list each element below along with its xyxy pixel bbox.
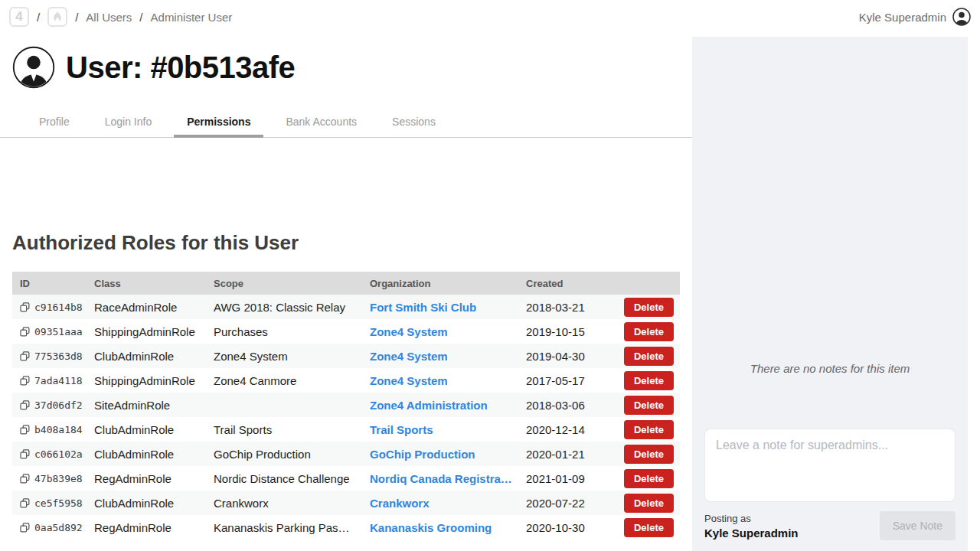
delete-button[interactable]: Delete (624, 445, 674, 464)
role-class: ShippingAdminRole (94, 325, 214, 338)
roles-table-header: ID Class Scope Organization Created (12, 272, 680, 295)
copy-icon[interactable] (20, 351, 30, 361)
organization-link[interactable]: Zone4 System (370, 374, 448, 387)
organization-link[interactable]: Kananaskis Grooming (370, 521, 492, 534)
table-row: 0aa5d892 RegAdminRole Kananaskis Parking… (12, 515, 680, 540)
role-id-cell: 47b839e8 (12, 473, 94, 484)
breadcrumb-administer-user[interactable]: Administer User (151, 11, 233, 24)
role-created: 2020-10-30 (526, 521, 620, 534)
copy-icon[interactable] (20, 327, 30, 337)
role-id: c91614b8 (34, 302, 83, 313)
table-row: 7ada4118 ShippingAdminRole Zone4 Canmore… (12, 368, 680, 393)
current-user-name: Kyle Superadmin (859, 11, 946, 24)
column-header-id: ID (12, 278, 94, 289)
tab-permissions[interactable]: Permissions (174, 109, 263, 137)
note-composer-footer: Posting as Kyle Superadmin Save Note (704, 511, 956, 540)
role-scope: Purchases (214, 325, 370, 338)
role-id-cell: 37d06df2 (12, 399, 94, 411)
copy-icon[interactable] (20, 449, 30, 459)
copy-icon[interactable] (20, 474, 30, 484)
breadcrumb-separator: / (139, 11, 142, 24)
current-user[interactable]: Kyle Superadmin (859, 8, 971, 26)
role-id-cell: b408a184 (12, 424, 94, 435)
role-class: ShippingAdminRole (94, 374, 214, 387)
role-scope: Trail Sports (214, 423, 370, 436)
role-scope: Zone4 Canmore (214, 374, 370, 387)
flame-logo[interactable] (47, 7, 67, 27)
role-id-cell: c066102a (12, 448, 94, 460)
notes-empty-message: There are no notes for this item (750, 362, 910, 375)
role-scope: Kananaskis Parking Pas… (214, 521, 370, 534)
table-row: c91614b8 RaceAdminRole AWG 2018: Classic… (12, 295, 680, 319)
notes-panel: There are no notes for this item Posting… (692, 37, 968, 551)
role-class: SiteAdminRole (94, 399, 214, 412)
copy-icon[interactable] (20, 523, 30, 533)
organization-link[interactable]: GoChip Production (370, 448, 475, 461)
organization-link[interactable]: Zone4 System (370, 325, 448, 338)
role-scope: AWG 2018: Classic Relay (214, 301, 370, 314)
breadcrumb-all-users[interactable]: All Users (86, 11, 132, 24)
zone4-logo[interactable]: 4 (9, 7, 29, 27)
role-created: 2020-01-21 (526, 448, 620, 461)
table-row: 37d06df2 SiteAdminRole Zone4 Administrat… (12, 393, 680, 417)
delete-button[interactable]: Delete (624, 322, 674, 341)
role-id-cell: 0aa5d892 (12, 522, 94, 533)
breadcrumb-separator: / (37, 11, 40, 24)
delete-button[interactable]: Delete (624, 469, 674, 488)
tab-sessions[interactable]: Sessions (379, 109, 449, 137)
delete-button[interactable]: Delete (624, 494, 674, 513)
role-id: c066102a (34, 448, 83, 460)
role-created: 2019-10-15 (526, 325, 620, 338)
roles-table: ID Class Scope Organization Created c916… (12, 272, 680, 540)
delete-button[interactable]: Delete (624, 420, 674, 439)
organization-link[interactable]: Fort Smith Ski Club (370, 301, 476, 314)
notes-list: There are no notes for this item (704, 37, 956, 429)
role-class: RaceAdminRole (94, 301, 214, 314)
delete-button[interactable]: Delete (624, 396, 674, 415)
tab-bank-accounts[interactable]: Bank Accounts (273, 109, 370, 137)
role-created: 2021-01-09 (526, 472, 620, 485)
role-created: 2020-07-22 (526, 497, 620, 510)
role-id-cell: 7ada4118 (12, 375, 94, 386)
role-created: 2019-04-30 (526, 350, 620, 363)
role-class: RegAdminRole (94, 521, 214, 534)
organization-link[interactable]: Zone4 System (370, 350, 448, 363)
organization-link[interactable]: Zone4 Administration (370, 399, 488, 412)
section-heading: Authorized Roles for this User (12, 231, 692, 255)
tab-login-info[interactable]: Login Info (92, 109, 165, 137)
organization-link[interactable]: Nordiq Canada Registra… (370, 472, 512, 485)
tab-profile[interactable]: Profile (26, 109, 83, 137)
delete-button[interactable]: Delete (624, 298, 674, 317)
table-row: ce5f5958 ClubAdminRole Crankworx Crankwo… (12, 491, 680, 515)
delete-button[interactable]: Delete (624, 371, 674, 390)
table-row: 47b839e8 RegAdminRole Nordic Distance Ch… (12, 466, 680, 491)
top-bar: 4 / / All Users / Administer User Kyle S… (0, 0, 980, 34)
organization-link[interactable]: Trail Sports (370, 423, 433, 436)
posting-as-name: Kyle Superadmin (704, 527, 799, 540)
copy-icon[interactable] (20, 302, 30, 312)
role-id-cell: 775363d8 (12, 350, 94, 362)
table-row: c066102a ClubAdminRole GoChip Production… (12, 442, 680, 466)
role-id-cell: ce5f5958 (12, 497, 94, 509)
delete-button[interactable]: Delete (624, 347, 674, 366)
copy-icon[interactable] (20, 376, 30, 386)
save-note-button[interactable]: Save Note (880, 511, 956, 540)
column-header-organization: Organization (370, 278, 526, 289)
main-content: User: #0b513afe Profile Login Info Permi… (0, 34, 692, 551)
role-created: 2020-12-14 (526, 423, 620, 436)
delete-button[interactable]: Delete (624, 518, 674, 537)
copy-icon[interactable] (20, 400, 30, 410)
role-id: 47b839e8 (34, 473, 83, 484)
copy-icon[interactable] (20, 425, 30, 435)
note-input[interactable] (704, 429, 956, 502)
role-id: 09351aaa (34, 326, 83, 337)
role-class: ClubAdminRole (94, 497, 214, 510)
user-avatar-icon (952, 8, 971, 26)
organization-link[interactable]: Crankworx (370, 497, 430, 510)
role-id: 775363d8 (34, 350, 83, 362)
table-row: 775363d8 ClubAdminRole Zone4 System Zone… (12, 344, 680, 368)
role-id-cell: 09351aaa (12, 326, 94, 337)
copy-icon[interactable] (20, 498, 30, 508)
breadcrumb: 4 / / All Users / Administer User (9, 7, 232, 27)
table-row: b408a184 ClubAdminRole Trail Sports Trai… (12, 417, 680, 442)
